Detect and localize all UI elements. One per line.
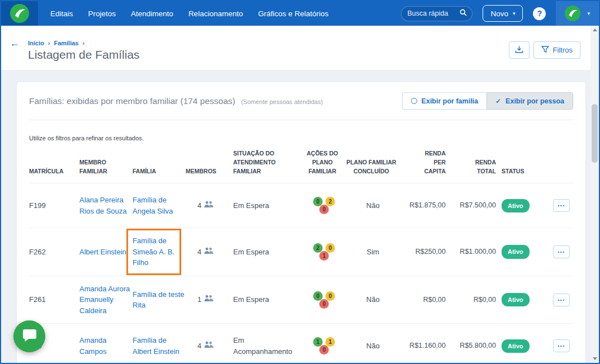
row-actions-cell: ••• — [541, 199, 573, 212]
logo-icon — [10, 4, 29, 23]
toggle-by-family[interactable]: Exibir por familia — [402, 92, 486, 110]
members-count: 4 — [197, 200, 201, 211]
menu-item-graficos-relatorios[interactable]: Gráficos e Relatórios — [258, 10, 328, 18]
status-badge: Ativo — [502, 339, 530, 353]
family-cell: Família de Simeão A. B. Filho — [133, 235, 186, 268]
family-name-link[interactable]: Família de Simeão A. B. Filho — [133, 237, 174, 267]
matricula-cell: F261 — [29, 294, 79, 305]
search-input[interactable] — [407, 10, 456, 17]
panel-title-block: Famílias: exibidas por membro familiar (… — [29, 96, 323, 106]
family-cell: Família de Angela Silva — [133, 195, 186, 216]
user-menu[interactable]: ▾ — [556, 1, 599, 26]
quick-search[interactable] — [401, 6, 473, 21]
families-panel: Famílias: exibidas por membro familiar (… — [17, 82, 585, 364]
table-row: F199 Alana Pereira Rios de Souza Família… — [29, 183, 573, 228]
member-cell: Amanda Aurora Emanuelly Caldeira — [79, 283, 133, 316]
scrollbar-thumb[interactable] — [592, 104, 598, 163]
chevron-down-icon: ▾ — [513, 11, 516, 16]
member-name-link[interactable]: Albert Einstein — [79, 248, 126, 256]
situation-cell: Em Espera — [233, 247, 303, 258]
col-acoes: AÇÕES DO PLANO FAMILIAR — [303, 149, 345, 176]
col-concluido: PLANO FAMILIAR CONCLUÍDO — [345, 158, 401, 176]
menu-item-atendimento[interactable]: Atendimento — [131, 10, 173, 18]
member-name-link[interactable]: Alana Pereira Rios de Souza — [79, 196, 127, 215]
row-actions-cell: ••• — [541, 339, 573, 352]
plan-concluded-cell: Não — [345, 200, 401, 211]
member-cell: Alana Pereira Rios de Souza — [79, 195, 133, 216]
breadcrumb-inicio[interactable]: Início — [28, 40, 44, 46]
scroll-up-button[interactable] — [590, 26, 599, 34]
chevron-down-icon[interactable]: ▾ — [587, 11, 590, 16]
table-row: F261 Amanda Aurora Emanuelly Caldeira Fa… — [29, 276, 573, 324]
member-cell: Amanda Campos — [79, 335, 133, 357]
renda-per-capita-cell: R$250,00 — [401, 247, 451, 257]
members-count: 4 — [197, 247, 201, 258]
badge-red: 0 — [319, 345, 329, 354]
page-title: Listagem de Famílias — [28, 48, 140, 62]
member-name-link[interactable]: Amanda Campos — [79, 336, 106, 356]
filters-button[interactable]: Filtros — [533, 41, 580, 59]
badge-yellow: 0 — [325, 291, 335, 301]
members-cell: 1 — [186, 294, 233, 305]
status-badge: Ativo — [502, 293, 530, 307]
row-more-button[interactable]: ••• — [553, 199, 570, 212]
help-button[interactable]: ? — [533, 7, 546, 20]
table-header: MATRÍCULA MEMBRO FAMILIAR FAMÍLIA MEMBRO… — [29, 149, 573, 183]
family-name-link[interactable]: Família de Angela Silva — [133, 196, 173, 215]
menu-item-relacionamento[interactable]: Relacionamento — [188, 10, 243, 18]
col-renda-total: RENDA TOTAL — [451, 158, 502, 176]
plan-concluded-cell: Não — [345, 341, 401, 352]
menu-item-editais[interactable]: Editais — [50, 10, 73, 18]
panel-subtitle: (Somente pessoas atendidas) — [241, 98, 323, 105]
plan-actions-cell: 20 1 — [303, 243, 345, 261]
people-icon — [204, 341, 214, 352]
plan-actions-cell: 11 0 — [303, 337, 345, 354]
plan-concluded-cell: Sim — [345, 247, 401, 258]
table-row: F93 Amanda Campos Família de Albert Eins… — [29, 324, 573, 364]
plan-concluded-cell: Não — [345, 294, 401, 305]
breadcrumb: Início › Famílias › — [28, 40, 84, 46]
toggle-by-family-label: Exibir por familia — [422, 97, 478, 105]
family-name-link[interactable]: Família de teste Rita — [133, 290, 185, 310]
badge-green: 0 — [313, 291, 323, 301]
family-name-link[interactable]: Família de Albert Einstein — [133, 336, 179, 356]
filter-hint: Utilize os filtros para refinar os resul… — [29, 135, 573, 141]
page-header: ← Início › Famílias › Listagem de Famíli… — [1, 26, 590, 70]
chat-launcher[interactable] — [13, 320, 45, 352]
col-renda-per-capita: RENDA PER CAPITA — [401, 149, 451, 176]
member-name-link[interactable]: Amanda Aurora Emanuelly Caldeira — [79, 285, 130, 315]
menu-item-projetos[interactable]: Projetos — [88, 10, 116, 18]
row-more-button[interactable]: ••• — [553, 245, 570, 258]
badge-yellow: 0 — [325, 243, 335, 253]
members-cell: 4 — [186, 247, 233, 258]
row-actions-cell: ••• — [541, 245, 573, 258]
app-logo[interactable] — [1, 1, 38, 26]
row-more-button[interactable]: ••• — [553, 339, 570, 352]
matricula-cell: F262 — [29, 247, 79, 258]
scroll-down-button[interactable] — [590, 354, 599, 363]
avatar — [565, 6, 580, 21]
export-button[interactable] — [509, 41, 530, 59]
toggle-by-person[interactable]: ✓ Exibir por pessoa — [486, 92, 573, 110]
triangle-down-icon — [593, 357, 597, 360]
members-cell: 4 — [186, 200, 233, 211]
navbar-right: Novo ▾ ? ▾ — [401, 1, 599, 26]
situation-cell: Em Espera — [233, 294, 303, 305]
back-arrow-icon[interactable]: ← — [10, 37, 20, 49]
filter-icon — [541, 46, 549, 55]
badge-red: 0 — [319, 299, 329, 309]
family-cell: Família de Albert Einstein — [133, 335, 186, 357]
new-button[interactable]: Novo ▾ — [483, 5, 523, 22]
triangle-up-icon — [593, 29, 597, 31]
row-more-button[interactable]: ••• — [553, 294, 570, 306]
vertical-scrollbar[interactable] — [590, 26, 599, 363]
chevron-right-icon: › — [82, 40, 84, 46]
check-icon: ✓ — [495, 97, 501, 105]
status-cell: Ativo — [502, 245, 541, 259]
col-familia: FAMÍLIA — [133, 167, 186, 176]
panel-header: Famílias: exibidas por membro familiar (… — [29, 82, 573, 120]
search-icon[interactable] — [460, 8, 467, 18]
col-membros: MEMBROS — [186, 167, 233, 176]
breadcrumb-familias[interactable]: Famílias — [54, 40, 78, 46]
members-count: 4 — [197, 341, 201, 352]
